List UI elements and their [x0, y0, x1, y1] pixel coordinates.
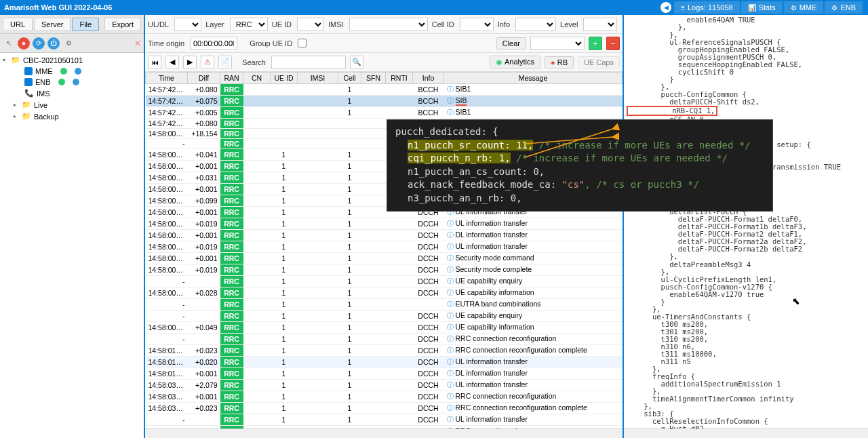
table-row[interactable]: 14:58:00.888+0.001RRC11DCCHⓘSecurity mod…: [146, 253, 623, 264]
table-row[interactable]: 14:58:03.108+0.001RRC11DCCHⓘRRC connecti…: [146, 391, 623, 403]
col-cell[interactable]: Cell: [338, 73, 361, 84]
nav-prev-icon[interactable]: ◀: [165, 56, 179, 69]
tree: ▾📁CBC-2021050101 MME ENB 📞IMS ▸📁Live ▸📁B…: [0, 53, 144, 438]
power-icon[interactable]: ⏻: [47, 37, 60, 49]
code-highlight: n1_pucch_sr_count: 11,: [408, 140, 533, 151]
ueid-select[interactable]: [297, 18, 324, 31]
cellid-select[interactable]: [460, 18, 494, 31]
warning-icon[interactable]: ⚠: [201, 56, 214, 69]
group-ueid-checkbox[interactable]: [298, 39, 307, 47]
time-origin-input[interactable]: [190, 37, 237, 50]
status-blue-icon: [75, 68, 81, 75]
settings-icon[interactable]: ⚙: [62, 37, 75, 49]
col-time[interactable]: Time: [146, 73, 188, 84]
tree-backup[interactable]: ▸📁Backup: [0, 111, 144, 122]
mid-panel: UL/DL LayerRRC UE ID IMSI Cell ID Info L…: [145, 15, 624, 438]
tree-enb[interactable]: ENB: [0, 77, 144, 87]
table-row[interactable]: 14:58:00.935+0.028RRC11DCCHⓘUE capabilit…: [146, 287, 623, 299]
col-info[interactable]: Info: [413, 73, 444, 84]
uecaps-button[interactable]: UE Caps: [578, 56, 620, 68]
tab-stats[interactable]: 📊Stats: [741, 1, 783, 14]
col-sfn[interactable]: SFN: [361, 73, 386, 84]
tab-logs[interactable]: ≡Logs: 115058: [674, 1, 740, 14]
gear-icon: ⚙: [831, 4, 837, 12]
folder-icon: 📁: [22, 100, 31, 109]
col-imsi[interactable]: IMSI: [298, 73, 338, 84]
table-row[interactable]: -RRC11ⓘEUTRA band combinations: [146, 299, 623, 311]
clear-button[interactable]: Clear: [496, 37, 526, 49]
close-icon[interactable]: ✕: [134, 39, 141, 48]
refresh-icon[interactable]: ⟳: [33, 37, 45, 49]
message-detail[interactable]: enable64QAM TRUE }, }, ul-ReferenceSigna…: [624, 15, 868, 429]
analytics-button[interactable]: ◉ Analytics: [490, 56, 540, 68]
doc-icon[interactable]: 📄: [218, 56, 232, 69]
record-icon[interactable]: ●: [18, 37, 30, 49]
table-row[interactable]: -RRC11DCCHⓘUE capability enquiry: [146, 311, 623, 322]
ueid-label: UE ID: [272, 20, 292, 28]
rb-button[interactable]: ● RB: [545, 56, 574, 68]
table-row[interactable]: 14:58:00.868+0.001RRC11DCCHⓘDL informati…: [146, 230, 623, 241]
table-row[interactable]: 14:58:00.984+0.049RRC11DCCHⓘUE capabilit…: [146, 322, 623, 334]
search-input[interactable]: [271, 56, 346, 69]
level-label: Level: [560, 20, 578, 28]
layer-select[interactable]: RRC: [230, 18, 268, 31]
info-icon: ⓘ: [447, 323, 454, 331]
table-row[interactable]: -RRC11DCCHⓘRRC connection reconfiguratio…: [146, 334, 623, 345]
file-button[interactable]: File: [72, 18, 99, 31]
table-row[interactable]: 14:57:42.435+0.075RRC1BCCHⓘSIB: [146, 96, 623, 107]
table-row[interactable]: 14:58:01.028+0.001RRC11DCCHⓘDL informati…: [146, 368, 623, 380]
uldl-label: UL/DL: [148, 20, 169, 28]
url-button[interactable]: URL: [3, 18, 33, 31]
node-icon: [24, 67, 33, 75]
info-icon: ⓘ: [447, 416, 454, 423]
table-row[interactable]: 14:57:42.360+0.080RRC1BCCHⓘSIB1: [146, 84, 623, 96]
table-row[interactable]: 14:58:01.027+0.020RRC11DCCHⓘUL informati…: [146, 357, 623, 368]
table-row[interactable]: -RRC11DCCHⓘUL information transfer: [146, 414, 623, 426]
tab-mme[interactable]: ⚙MME: [784, 1, 824, 14]
col-ueid[interactable]: UE ID: [271, 73, 298, 84]
table-row[interactable]: 14:58:03.107+2.079RRC11DCCHⓘUL informati…: [146, 380, 623, 391]
table-row[interactable]: 14:58:32.969+29.838RRC11DCCHⓘRRC connect…: [146, 426, 623, 429]
col-msg[interactable]: Message: [444, 73, 623, 84]
table-row[interactable]: 14:57:42.440+0.005RRC1BCCHⓘSIB1: [146, 107, 623, 119]
export-button[interactable]: Export: [104, 18, 141, 31]
horizontal-scrollbar[interactable]: [145, 429, 623, 438]
col-rnti[interactable]: RNTI: [386, 73, 413, 84]
folder-icon: 📁: [22, 112, 31, 121]
add-icon[interactable]: +: [589, 37, 602, 50]
uldl-select[interactable]: [174, 18, 201, 31]
search-button[interactable]: 🔍: [350, 56, 363, 69]
info-icon: ⓘ: [447, 393, 454, 400]
col-diff[interactable]: Diff: [188, 73, 220, 84]
server-button[interactable]: Server: [34, 18, 71, 31]
pointer-icon[interactable]: ↖: [3, 37, 15, 49]
imsi-select[interactable]: [349, 18, 428, 31]
tree-ims[interactable]: 📞IMS: [0, 87, 144, 99]
tab-enb[interactable]: ⚙ENB: [825, 1, 863, 14]
gear-icon: ⚙: [791, 4, 797, 12]
info-icon: ⓘ: [447, 97, 454, 104]
tree-mme[interactable]: MME: [0, 66, 144, 77]
chart-icon: ◉: [496, 58, 502, 66]
info-select[interactable]: [515, 18, 556, 31]
table-row[interactable]: 14:58:00.867+0.019RRC11DCCHⓘUL informati…: [146, 218, 623, 230]
table-row[interactable]: 14:58:00.887+0.019RRC11DCCHⓘUL informati…: [146, 241, 623, 253]
level-select[interactable]: [583, 18, 617, 31]
clear-select[interactable]: [530, 37, 585, 50]
info-icon: ⓘ: [447, 404, 454, 412]
code-line: pucch_dedicated: {: [395, 126, 498, 137]
table-row[interactable]: 14:58:03.131+0.023RRC11DCCHⓘRRC connecti…: [146, 403, 623, 414]
col-cn[interactable]: CN: [243, 73, 271, 84]
table-row[interactable]: -RRC11DCCHⓘUE capability enquiry: [146, 276, 623, 287]
horizontal-scrollbar[interactable]: [624, 429, 868, 438]
collapse-left-icon[interactable]: ◀: [660, 2, 671, 13]
remove-icon[interactable]: −: [606, 37, 620, 50]
table-row[interactable]: 14:58:00.907+0.019RRC11DCCHⓘSecurity mod…: [146, 264, 623, 276]
col-ran[interactable]: RAN: [220, 73, 243, 84]
nav-next-icon[interactable]: ▶: [183, 56, 197, 69]
tree-live[interactable]: ▸📁Live: [0, 99, 144, 111]
chevron-right-icon: ▸: [14, 113, 19, 119]
table-row[interactable]: 14:58:01.007+0.023RRC11DCCHⓘRRC connecti…: [146, 345, 623, 357]
tree-root[interactable]: ▾📁CBC-2021050101: [0, 54, 144, 66]
nav-first-icon[interactable]: ⏮: [148, 56, 161, 69]
